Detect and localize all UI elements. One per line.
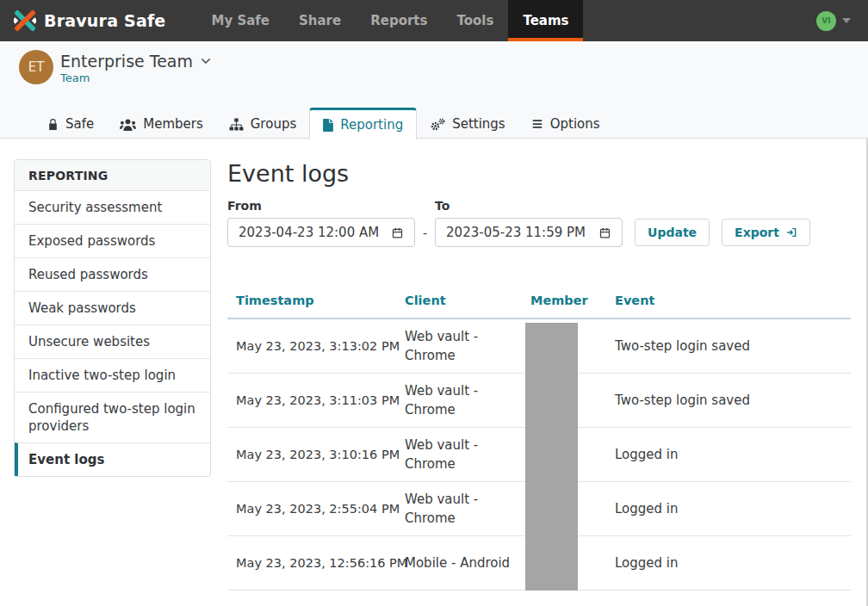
cell-event: Logged in xyxy=(606,496,851,522)
update-button[interactable]: Update xyxy=(635,219,710,246)
to-date-input[interactable]: 2023-05-23 11:59 PM xyxy=(435,218,623,247)
tab-settings-label: Settings xyxy=(452,116,505,132)
sidebar-item-inactive-two-step[interactable]: Inactive two-step login xyxy=(15,358,210,392)
nav-item-share[interactable]: Share xyxy=(284,0,356,41)
tab-reporting[interactable]: Reporting xyxy=(309,108,417,139)
tab-settings[interactable]: Settings xyxy=(417,109,518,139)
main-panel: Event logs From 2023-04-23 12:00 AM - To… xyxy=(211,159,851,591)
sidebar-item-exposed-passwords[interactable]: Exposed passwords xyxy=(15,224,210,257)
sidebar-item-configured-two-step[interactable]: Configured two-step login providers xyxy=(15,392,210,442)
chevron-down-icon xyxy=(201,57,211,65)
gears-icon xyxy=(430,118,445,131)
file-icon xyxy=(323,119,333,132)
team-title-dropdown[interactable]: Enterprise Team xyxy=(60,52,211,71)
event-log-table: Timestamp Client Member Event May 23, 20… xyxy=(227,285,851,591)
cell-client: Web vault - Chrome xyxy=(396,378,522,423)
cell-timestamp: May 23, 2023, 3:11:03 PM xyxy=(227,387,396,413)
user-avatar: VI xyxy=(816,11,836,31)
cell-timestamp: May 23, 2023, 12:56:16 PM xyxy=(227,550,396,576)
sitemap-icon xyxy=(229,118,244,131)
export-icon xyxy=(785,226,797,238)
to-label: To xyxy=(435,199,623,213)
team-tabbar: Safe Members Groups xyxy=(0,102,868,139)
tab-safe-label: Safe xyxy=(65,116,94,132)
team-title: Enterprise Team xyxy=(60,52,193,71)
member-column-redaction-block xyxy=(525,323,578,591)
tab-options[interactable]: Options xyxy=(518,109,613,139)
top-navbar: Bravura Safe My Safe Share Reports Tools… xyxy=(0,0,868,41)
column-header-event: Event xyxy=(606,285,851,318)
cell-event: Logged in xyxy=(606,550,851,576)
tab-options-label: Options xyxy=(550,116,600,132)
nav-item-teams[interactable]: Teams xyxy=(508,0,583,41)
column-header-member: Member xyxy=(522,285,606,318)
column-header-timestamp: Timestamp xyxy=(227,285,396,318)
cell-client: Web vault - Chrome xyxy=(396,324,522,368)
sidebar-header: REPORTING xyxy=(15,160,210,190)
tab-members-label: Members xyxy=(143,116,203,132)
cell-event: Two-step login saved xyxy=(606,387,851,413)
tab-members[interactable]: Members xyxy=(107,109,216,139)
team-band: ET Enterprise Team Team Safe xyxy=(0,41,868,139)
brand-name: Bravura Safe xyxy=(44,11,165,30)
team-avatar: ET xyxy=(19,50,53,84)
table-header-row: Timestamp Client Member Event xyxy=(227,285,851,319)
team-subtitle: Team xyxy=(60,71,211,84)
sidebar-item-event-logs[interactable]: Event logs xyxy=(15,442,210,476)
sidebar-item-reused-passwords[interactable]: Reused passwords xyxy=(15,257,210,291)
nav-item-tools[interactable]: Tools xyxy=(442,0,508,41)
cell-client: Web vault - Chrome xyxy=(396,486,522,531)
chevron-down-icon xyxy=(842,18,851,23)
page-title: Event logs xyxy=(227,159,851,189)
from-date-input[interactable]: 2023-04-23 12:00 AM xyxy=(227,218,415,247)
brand-logo[interactable]: Bravura Safe xyxy=(0,0,181,41)
to-date-value: 2023-05-23 11:59 PM xyxy=(446,225,586,240)
reporting-sidebar: REPORTING Security assessment Exposed pa… xyxy=(14,159,211,477)
sidebar-item-weak-passwords[interactable]: Weak passwords xyxy=(15,291,210,325)
date-range-separator: - xyxy=(415,226,435,247)
cell-client: Mobile - Android xyxy=(396,550,522,576)
users-icon xyxy=(120,118,136,131)
calendar-icon[interactable] xyxy=(391,226,404,239)
date-filter-row: From 2023-04-23 12:00 AM - To 2023-05-23… xyxy=(227,199,851,247)
cell-client: Web vault - Chrome xyxy=(396,432,522,477)
account-menu[interactable]: VI xyxy=(816,0,868,41)
cell-timestamp: May 23, 2023, 2:55:04 PM xyxy=(227,496,396,522)
from-label: From xyxy=(227,199,415,213)
calendar-icon[interactable] xyxy=(598,226,611,239)
tab-reporting-label: Reporting xyxy=(340,117,403,133)
primary-nav: My Safe Share Reports Tools Teams xyxy=(196,0,583,41)
lock-icon xyxy=(47,118,59,131)
team-header: ET Enterprise Team Team xyxy=(0,41,868,102)
column-header-client: Client xyxy=(396,285,522,318)
cell-timestamp: May 23, 2023, 3:10:16 PM xyxy=(227,442,396,467)
bars-icon xyxy=(531,118,543,130)
page-content: REPORTING Security assessment Exposed pa… xyxy=(0,139,868,591)
cell-event: Logged in xyxy=(606,442,851,467)
cell-timestamp: May 23, 2023, 3:13:02 PM xyxy=(227,333,396,359)
export-button-label: Export xyxy=(735,226,779,239)
bravura-logo-icon xyxy=(14,9,36,32)
from-date-value: 2023-04-23 12:00 AM xyxy=(239,225,379,240)
cell-event: Two-step login saved xyxy=(606,333,851,359)
sidebar-item-unsecure-websites[interactable]: Unsecure websites xyxy=(15,325,210,358)
tab-groups-label: Groups xyxy=(251,116,296,132)
tab-safe[interactable]: Safe xyxy=(34,109,107,139)
update-button-label: Update xyxy=(648,226,697,239)
nav-item-reports[interactable]: Reports xyxy=(356,0,442,41)
sidebar-item-security-assessment[interactable]: Security assessment xyxy=(15,190,210,224)
nav-item-my-safe[interactable]: My Safe xyxy=(196,0,284,41)
export-button[interactable]: Export xyxy=(722,219,810,246)
tab-groups[interactable]: Groups xyxy=(216,109,309,139)
